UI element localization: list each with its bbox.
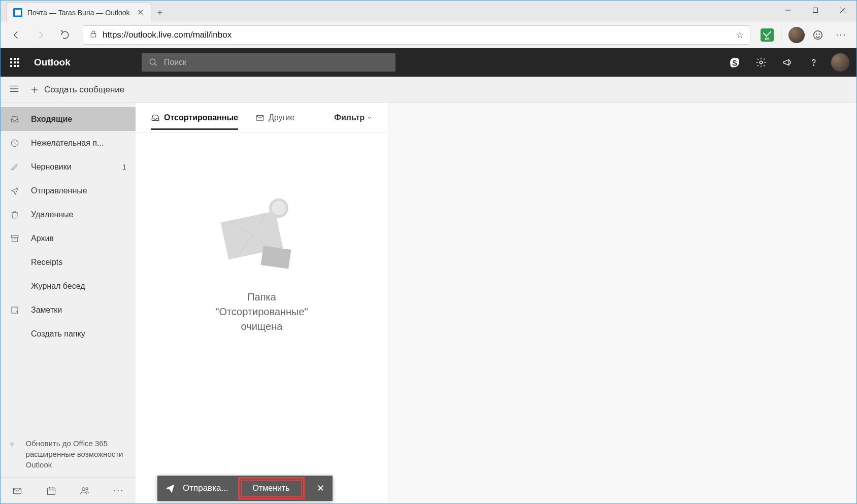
folder-label: Заметки bbox=[31, 306, 126, 315]
compose-label: Создать сообщение bbox=[44, 85, 124, 95]
sending-toast: Отправка... Отменить ✕ bbox=[157, 476, 333, 501]
send-icon bbox=[157, 483, 183, 493]
folder-archive[interactable]: Архив bbox=[1, 226, 136, 250]
svg-rect-24 bbox=[47, 488, 55, 494]
note-icon bbox=[10, 306, 20, 315]
block-icon bbox=[10, 139, 20, 148]
calendar-module-button[interactable] bbox=[35, 478, 69, 503]
folder-drafts[interactable]: Черновики1 bbox=[1, 155, 136, 179]
upgrade-text: Обновить до Office 365 расширенные возмо… bbox=[26, 438, 126, 470]
svg-point-11 bbox=[813, 65, 814, 65]
folder-label: Архив bbox=[31, 234, 126, 243]
url-input[interactable] bbox=[103, 30, 731, 40]
folder-label: Черновики bbox=[31, 162, 111, 172]
folder-label: Входящие bbox=[31, 115, 126, 124]
folder-receipts[interactable]: Receipts bbox=[1, 250, 136, 274]
maximize-button[interactable] bbox=[802, 1, 829, 20]
feedback-icon[interactable] bbox=[808, 25, 828, 45]
app-launcher-button[interactable] bbox=[1, 48, 29, 77]
folder-label: Receipts bbox=[31, 258, 126, 267]
mail-module-button[interactable] bbox=[1, 478, 35, 503]
folder-notes[interactable]: Заметки bbox=[1, 298, 136, 322]
filter-button[interactable]: Фильтр bbox=[334, 113, 373, 122]
folder-count: 1 bbox=[122, 162, 126, 171]
toast-close-button[interactable]: ✕ bbox=[309, 476, 333, 501]
svg-point-8 bbox=[150, 59, 155, 64]
brand-label: Outlook bbox=[34, 57, 71, 68]
people-module-button[interactable] bbox=[68, 478, 102, 503]
folder-convlog[interactable]: Журнал бесед bbox=[1, 274, 136, 298]
svg-point-10 bbox=[760, 61, 763, 64]
forward-button[interactable] bbox=[30, 24, 51, 46]
folder-list: ВходящиеНежелательная п...Черновики1Отпр… bbox=[1, 103, 136, 431]
chevron-down-icon bbox=[367, 115, 373, 121]
pivot-focused-label: Отсортированные bbox=[164, 113, 238, 122]
send-icon bbox=[10, 186, 20, 195]
plus-icon bbox=[30, 85, 39, 94]
pivot-other-label: Другие bbox=[269, 113, 294, 122]
new-tab-button[interactable]: ＋ bbox=[151, 4, 169, 21]
nav-toggle-button[interactable] bbox=[9, 83, 20, 96]
tab-close-icon[interactable]: ✕ bbox=[135, 8, 146, 17]
archive-icon bbox=[10, 234, 20, 243]
extension-badge[interactable]: 69 bbox=[761, 28, 774, 42]
minimize-button[interactable] bbox=[774, 1, 802, 20]
folder-deleted[interactable]: Удаленные bbox=[1, 203, 136, 226]
empty-illustration bbox=[221, 198, 303, 270]
filter-label: Фильтр bbox=[334, 113, 365, 122]
announcements-button[interactable] bbox=[774, 48, 801, 77]
settings-button[interactable] bbox=[748, 48, 774, 77]
svg-point-5 bbox=[814, 30, 822, 39]
skype-button[interactable] bbox=[721, 48, 748, 77]
folder-inbox[interactable]: Входящие bbox=[1, 107, 136, 131]
refresh-button[interactable] bbox=[54, 24, 76, 46]
pencil-icon bbox=[10, 162, 20, 172]
account-avatar[interactable] bbox=[831, 53, 849, 72]
outlook-favicon bbox=[13, 8, 22, 17]
diamond-icon bbox=[10, 438, 15, 470]
module-switcher: ··· bbox=[1, 477, 136, 503]
window-controls bbox=[774, 1, 856, 20]
extension-badge-count: 69 bbox=[765, 37, 770, 41]
folder-label: Отправленные bbox=[31, 186, 126, 195]
message-list-pane: Отсортированные Другие Фильтр Папка "Отс… bbox=[136, 103, 388, 503]
compose-button[interactable]: Создать сообщение bbox=[30, 85, 124, 95]
folder-sent[interactable]: Отправленные bbox=[1, 179, 136, 203]
mail-icon bbox=[255, 113, 265, 122]
browser-titlebar: Почта — Taras Buria — Outlook ✕ ＋ bbox=[1, 1, 856, 22]
address-bar[interactable]: ☆ bbox=[83, 25, 750, 45]
folder-label: Нежелательная п... bbox=[31, 139, 126, 148]
close-window-button[interactable] bbox=[829, 1, 856, 20]
folder-newfolder[interactable]: Создать папку bbox=[1, 322, 136, 346]
upgrade-link[interactable]: Обновить до Office 365 расширенные возмо… bbox=[1, 431, 136, 477]
suite-bar: Outlook bbox=[1, 48, 856, 77]
waffle-icon bbox=[10, 58, 19, 67]
more-menu-button[interactable]: ··· bbox=[831, 25, 851, 45]
more-modules-button[interactable]: ··· bbox=[102, 478, 136, 503]
search-input[interactable] bbox=[164, 58, 388, 67]
search-icon bbox=[149, 58, 158, 67]
svg-rect-20 bbox=[11, 236, 18, 238]
trash-icon bbox=[10, 210, 20, 219]
undo-send-button[interactable]: Отменить bbox=[241, 480, 302, 497]
reading-pane bbox=[388, 103, 856, 503]
browser-tab[interactable]: Почта — Taras Buria — Outlook ✕ bbox=[7, 3, 151, 22]
folder-label: Удаленные bbox=[31, 210, 126, 219]
help-button[interactable] bbox=[801, 48, 827, 77]
pivot-focused[interactable]: Отсортированные bbox=[151, 106, 238, 129]
svg-line-18 bbox=[12, 140, 18, 146]
inbox-icon bbox=[151, 113, 160, 122]
folder-label: Журнал бесед bbox=[31, 282, 126, 291]
folder-sidebar: ВходящиеНежелательная п...Черновики1Отпр… bbox=[1, 103, 136, 503]
pivot-other[interactable]: Другие bbox=[255, 106, 294, 129]
tab-title: Почта — Taras Buria — Outlook bbox=[27, 9, 130, 17]
back-button[interactable] bbox=[6, 24, 27, 46]
folder-junk[interactable]: Нежелательная п... bbox=[1, 131, 136, 155]
svg-rect-1 bbox=[813, 8, 818, 13]
pivot-bar: Отсортированные Другие Фильтр bbox=[136, 103, 388, 132]
favorite-icon[interactable]: ☆ bbox=[736, 29, 744, 41]
profile-avatar[interactable] bbox=[788, 27, 805, 43]
empty-state: Папка "Отсортированные" очищена bbox=[136, 132, 388, 503]
search-box[interactable] bbox=[142, 53, 395, 72]
empty-text: Папка "Отсортированные" очищена bbox=[215, 290, 308, 334]
